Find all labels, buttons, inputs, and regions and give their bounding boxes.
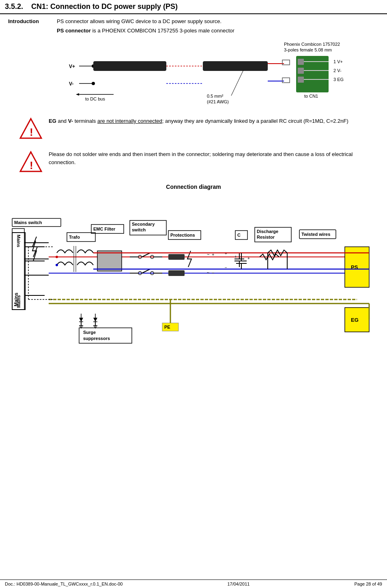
ps-connector-label: PS connector [57,28,91,34]
svg-point-65 [56,256,58,258]
svg-text:Surge: Surge [83,330,96,335]
warning-icon-2: ! [19,150,43,175]
svg-text:2 V-: 2 V- [333,68,342,73]
warning2-text: Please do not solder wire ends and then … [49,151,353,165]
page-header: 3.5.2. CN1: Connection to DC power suppl… [0,0,387,14]
intro-text2-rest: is a PHOENIX COMBICON 1757255 3-poles ma… [92,28,234,34]
svg-text:to DC bus: to DC bus [85,96,105,101]
svg-text:Discharge: Discharge [257,229,278,234]
svg-rect-25 [298,77,304,83]
svg-text:Phoenix Combicon 1757022: Phoenix Combicon 1757022 [284,42,340,47]
svg-rect-15 [282,78,290,83]
connector-diagram: Phoenix Combicon 1757022 3-poles female … [57,38,379,111]
svg-text:3-poles female 5.08 mm: 3-poles female 5.08 mm [284,47,332,52]
warning-box-1: ! EG and V- terminals are not internally… [16,115,379,144]
svg-marker-17 [76,93,79,96]
svg-text:Trafo: Trafo [69,235,80,239]
svg-rect-8 [203,61,268,71]
svg-text:Resistor: Resistor [257,235,275,239]
svg-text:C: C [237,233,241,237]
circuit-svg: Mains switch Mains Mains EMC Filter [8,194,381,389]
intro-row: Introduction PS connector allows wiring … [8,18,379,34]
page-container: 3.5.2. CN1: Connection to DC power suppl… [0,0,387,588]
warning-text-2: Please do not solder wire ends and then … [49,150,376,166]
svg-text:to CN1: to CN1 [304,94,318,98]
warning1-text: EG and V- terminals are not internally c… [49,118,348,124]
svg-rect-10 [282,60,290,65]
svg-text:EG: EG [351,317,359,323]
svg-text:Twisted wires: Twisted wires [301,232,330,237]
footer-doc: Doc.: HD0389-00-Manuale_TL_GWCxxxx_r.0.1… [5,582,123,586]
warning-text-1: EG and V- terminals are not internally c… [49,117,376,125]
svg-text:−: − [212,270,214,275]
svg-rect-23 [298,59,304,65]
svg-text:3 EG: 3 EG [333,77,344,82]
footer-date: 17/04/2011 [227,582,249,586]
svg-text:+: + [247,256,250,261]
svg-text:PE: PE [164,325,170,329]
svg-text:Secondary: Secondary [132,222,155,227]
svg-line-70 [142,253,150,257]
svg-text:Protections: Protections [170,233,195,237]
circuit-container: Mains switch Mains Mains EMC Filter [8,194,381,390]
svg-line-21 [231,70,243,96]
svg-rect-6 [93,61,166,71]
svg-rect-24 [298,68,304,74]
section-number: 3.5.2. [5,2,23,11]
intro-text2: PS connector is a PHOENIX COMBICON 17572… [57,28,379,34]
svg-text:Mains: Mains [16,295,21,308]
svg-rect-79 [168,270,185,276]
intro-label: Introduction [8,18,57,34]
svg-marker-103 [79,318,83,322]
svg-text:!: ! [30,159,33,171]
page-footer: Doc.: HD0389-00-Manuale_TL_GWCxxxx_r.0.1… [0,579,387,588]
svg-text:V+: V+ [69,64,75,69]
svg-text:!: ! [30,126,33,138]
svg-text:EMC Filter: EMC Filter [93,227,116,231]
svg-text:Mains: Mains [16,235,21,247]
section-title: CN1: Connection to DC power supply (PS) [31,2,178,11]
warning-box-2: ! Please do not solder wire ends and the… [16,148,379,177]
connection-diagram-title: Connection diagram [8,184,379,190]
svg-text:(#21 AWG): (#21 AWG) [207,99,229,104]
svg-text:+: + [225,251,227,256]
svg-text:1 V+: 1 V+ [333,59,343,64]
svg-point-12 [92,82,95,85]
connector-svg: Phoenix Combicon 1757022 3-poles female … [57,38,373,107]
main-content: Introduction PS connector allows wiring … [0,14,387,579]
intro-text1: PS connector allows wiring GWC device to… [57,18,379,24]
svg-marker-110 [93,318,97,322]
warning-icon-1: ! [19,117,43,141]
svg-rect-67 [97,251,122,271]
svg-text:~: ~ [207,270,209,275]
svg-point-66 [56,264,58,266]
svg-rect-78 [168,254,185,260]
svg-text:suppressors: suppressors [83,336,110,341]
svg-text:switch: switch [132,227,146,232]
svg-text:0.5 mm²: 0.5 mm² [207,94,224,98]
svg-text:Mains switch: Mains switch [14,220,42,225]
svg-line-75 [142,269,150,273]
intro-text: PS connector allows wiring GWC device to… [57,18,379,34]
footer-page: Page 28 of 49 [354,582,382,586]
svg-text:+: + [234,254,237,259]
svg-text:V-: V- [69,81,73,87]
